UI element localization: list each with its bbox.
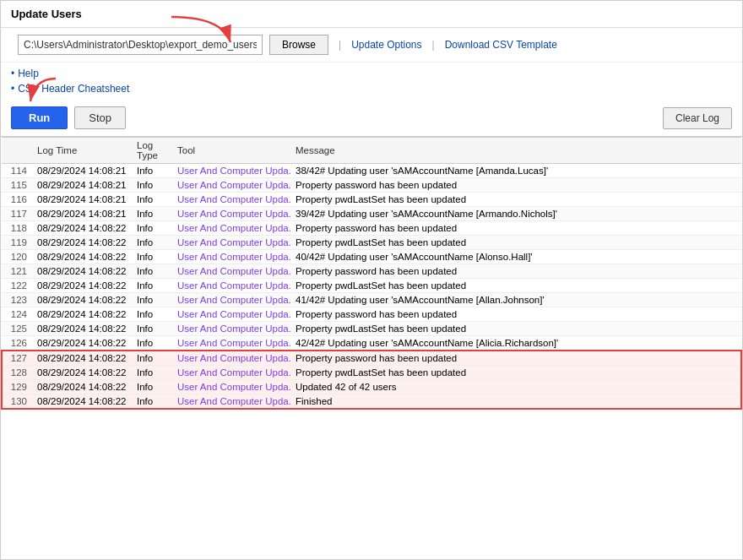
tool-link[interactable]: User And Computer Upda... [177,166,290,176]
cell-tool: User And Computer Upda... [172,293,290,307]
help-link[interactable]: Help [18,68,39,79]
cell-tool: User And Computer Upda... [172,394,290,410]
cell-tool: User And Computer Upda... [172,380,290,394]
table-row: 12408/29/2024 14:08:22InfoUser And Compu… [2,307,741,322]
tool-link[interactable]: User And Computer Upda... [177,180,290,190]
table-row: 12708/29/2024 14:08:22InfoUser And Compu… [2,351,741,366]
col-header-num [2,138,32,164]
cell-type: Info [132,307,172,322]
browse-button[interactable]: Browse [269,35,328,55]
cell-time: 08/29/2024 14:08:22 [32,336,132,351]
tool-link[interactable]: User And Computer Upda... [177,353,290,363]
cell-time: 08/29/2024 14:08:22 [32,307,132,322]
table-row: 12508/29/2024 14:08:22InfoUser And Compu… [2,322,741,336]
table-row: 12208/29/2024 14:08:22InfoUser And Compu… [2,279,741,293]
clear-log-button[interactable]: Clear Log [663,107,732,129]
cell-tool: User And Computer Upda... [172,178,290,193]
cell-time: 08/29/2024 14:08:22 [32,366,132,380]
tool-link[interactable]: User And Computer Upda... [177,309,290,319]
tool-link[interactable]: User And Computer Upda... [177,323,290,334]
tool-link[interactable]: User And Computer Upda... [177,382,290,392]
cell-num: 129 [2,380,32,394]
cell-type: Info [132,264,172,279]
cell-message: Property pwdLastSet has been updated [290,236,741,250]
log-table-body: 11408/29/2024 14:08:21InfoUser And Compu… [2,164,741,410]
tool-link[interactable]: User And Computer Upda... [177,367,290,378]
cell-message: Property pwdLastSet has been updated [290,322,741,336]
tool-link[interactable]: User And Computer Upda... [177,280,290,291]
col-header-tool: Tool [172,138,290,164]
cell-tool: User And Computer Upda... [172,164,290,178]
cell-num: 120 [2,250,32,264]
col-header-time: Log Time [32,138,132,164]
table-row: 12608/29/2024 14:08:22InfoUser And Compu… [2,336,741,351]
cell-time: 08/29/2024 14:08:22 [32,264,132,279]
cell-type: Info [132,394,172,410]
cell-message: 40/42# Updating user 'sAMAccountName [Al… [290,250,741,264]
table-row: 12108/29/2024 14:08:22InfoUser And Compu… [2,264,741,279]
cell-num: 115 [2,178,32,193]
table-row: 12908/29/2024 14:08:22InfoUser And Compu… [2,380,741,394]
separator1: | [339,39,341,51]
cell-tool: User And Computer Upda... [172,236,290,250]
tool-link[interactable]: User And Computer Upda... [177,223,290,233]
cell-type: Info [132,322,172,336]
table-row: 11408/29/2024 14:08:21InfoUser And Compu… [2,164,741,178]
cell-num: 121 [2,264,32,279]
csv-cheatsheet-link[interactable]: CSV Header Cheatsheet [18,83,129,95]
table-row: 12808/29/2024 14:08:22InfoUser And Compu… [2,366,741,380]
cell-time: 08/29/2024 14:08:22 [32,322,132,336]
cell-type: Info [132,193,172,207]
csv-cheatsheet-link-item: • CSV Header Cheatsheet [11,83,732,95]
cell-type: Info [132,279,172,293]
cell-time: 08/29/2024 14:08:22 [32,351,132,366]
cell-tool: User And Computer Upda... [172,351,290,366]
links-row: • Help • CSV Header Cheatsheet [1,63,742,100]
table-row: 12308/29/2024 14:08:22InfoUser And Compu… [2,293,741,307]
cell-message: Property pwdLastSet has been updated [290,279,741,293]
csv-bullet: • [11,83,14,95]
cell-time: 08/29/2024 14:08:22 [32,380,132,394]
cell-message: 41/42# Updating user 'sAMAccountName [Al… [290,293,741,307]
tool-link[interactable]: User And Computer Upda... [177,295,290,305]
col-header-type: Log Type [132,138,172,164]
cell-type: Info [132,236,172,250]
cell-type: Info [132,164,172,178]
tool-link[interactable]: User And Computer Upda... [177,338,290,348]
cell-type: Info [132,250,172,264]
tool-link[interactable]: User And Computer Upda... [177,194,290,204]
stop-button[interactable]: Stop [74,106,126,129]
tool-link[interactable]: User And Computer Upda... [177,396,290,406]
tool-link[interactable]: User And Computer Upda... [177,209,290,219]
cell-num: 122 [2,279,32,293]
tool-link[interactable]: User And Computer Upda... [177,237,290,247]
log-table: Log Time Log Type Tool Message 11408/29/… [1,137,742,410]
run-button[interactable]: Run [11,106,68,129]
download-csv-link[interactable]: Download CSV Template [445,39,557,51]
cell-message: 38/42# Updating user 'sAMAccountName [Am… [290,164,741,178]
cell-time: 08/29/2024 14:08:22 [32,221,132,236]
help-bullet: • [11,68,14,79]
col-header-msg: Message [290,138,741,164]
cell-tool: User And Computer Upda... [172,250,290,264]
cell-type: Info [132,221,172,236]
cell-type: Info [132,207,172,221]
cell-num: 116 [2,193,32,207]
table-row: 12008/29/2024 14:08:22InfoUser And Compu… [2,250,741,264]
cell-tool: User And Computer Upda... [172,322,290,336]
page-container: Update Users Browse | Update Options | D… [0,0,743,560]
cell-message: Property password has been updated [290,351,741,366]
table-row: 13008/29/2024 14:08:22InfoUser And Compu… [2,394,741,410]
table-header-row: Log Time Log Type Tool Message [2,138,741,164]
log-table-container: Log Time Log Type Tool Message 11408/29/… [1,136,742,410]
cell-num: 118 [2,221,32,236]
cell-message: Property pwdLastSet has been updated [290,193,741,207]
tool-link[interactable]: User And Computer Upda... [177,266,290,276]
cell-time: 08/29/2024 14:08:22 [32,250,132,264]
cell-time: 08/29/2024 14:08:21 [32,178,132,193]
tool-link[interactable]: User And Computer Upda... [177,252,290,262]
file-path-input[interactable] [18,35,263,55]
update-options-link[interactable]: Update Options [351,39,421,51]
cell-message: 42/42# Updating user 'sAMAccountName [Al… [290,336,741,351]
cell-num: 124 [2,307,32,322]
